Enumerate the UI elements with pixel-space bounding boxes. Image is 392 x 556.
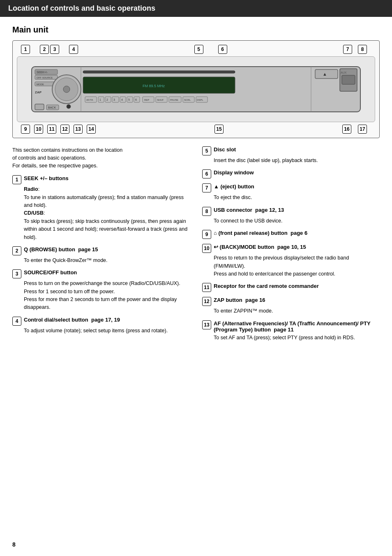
item-1-header: 1 SEEK +/– buttons <box>12 175 190 184</box>
item-3-body: Press to turn on the power/change the so… <box>12 280 190 312</box>
item-4-title: Control dial/select button page 17, 19 <box>24 317 120 323</box>
svg-point-12 <box>63 86 70 93</box>
item-13: 13 AF (Alternative Frequencies)/ TA (Tra… <box>202 320 380 342</box>
svg-text:AUX: AUX <box>341 71 347 74</box>
top-label-group-mid: 5 6 <box>194 45 227 54</box>
intro-line1: This section contains instructions on th… <box>12 147 122 153</box>
item-3: 3 SOURCE/OFF button Press to turn on the… <box>12 269 190 312</box>
svg-text:PAUSE: PAUSE <box>170 99 178 101</box>
diagram-label-8: 8 <box>358 45 367 54</box>
item-12-body: To enter ZAPPIN™ mode. <box>202 307 380 315</box>
svg-text:6: 6 <box>135 98 137 101</box>
item-7-title: ▲ (eject) button <box>214 183 254 190</box>
intro-line3: For details, see the respective pages. <box>12 163 98 169</box>
item-11: 11 Receptor for the card remote commande… <box>202 283 380 292</box>
svg-text:SHUF: SHUF <box>157 99 164 101</box>
item-2-title: Q (BROWSE) button page 15 <box>24 246 98 253</box>
svg-text:1: 1 <box>99 98 101 101</box>
item-2-body: To enter the Quick-BrowZer™ mode. <box>12 257 190 264</box>
diagram-label-14: 14 <box>87 125 96 134</box>
item-2-header: 2 Q (BROWSE) button page 15 <box>12 246 190 255</box>
item-10-header: 10 ↩ (BACK)/MODE button page 10, 15 <box>202 244 380 253</box>
svg-text:4: 4 <box>121 98 123 101</box>
item-11-header: 11 Receptor for the card remote commande… <box>202 283 380 292</box>
right-column: 5 Disc slot Insert the disc (label side … <box>202 146 380 347</box>
item-10-badge: 10 <box>202 244 211 253</box>
item-13-header: 13 AF (Alternative Frequencies)/ TA (Tra… <box>202 320 380 333</box>
item-5-header: 5 Disc slot <box>202 146 380 155</box>
diagram-label-4: 4 <box>69 45 78 54</box>
item-5: 5 Disc slot Insert the disc (label side … <box>202 146 380 164</box>
item-8-body: To connect to the USB device. <box>202 217 380 225</box>
top-label-group-right: 7 8 <box>343 45 367 54</box>
page-header: Location of controls and basic operation… <box>0 0 392 17</box>
svg-rect-13 <box>83 71 235 73</box>
section-title: Main unit <box>12 25 380 35</box>
item-7-header: 7 ▲ (eject) button <box>202 183 380 192</box>
diagram-label-7: 7 <box>343 45 352 54</box>
diagram-label-11: 11 <box>47 125 56 134</box>
diagram-label-3: 3 <box>50 45 59 54</box>
item-3-badge: 3 <box>12 269 21 278</box>
svg-text:AF/TA: AF/TA <box>86 99 93 101</box>
item-3-title: SOURCE/OFF button <box>24 269 77 276</box>
item-8: 8 USB connector page 12, 13 To connect t… <box>202 207 380 225</box>
item-9-header: 9 ⌂ (front panel release) button page 6 <box>202 230 380 239</box>
item-4-header: 4 Control dial/select button page 17, 19 <box>12 317 190 326</box>
svg-text:5: 5 <box>128 98 130 101</box>
bottom-label-group-left: 9 10 11 12 13 14 <box>21 125 96 134</box>
item-11-title: Receptor for the card remote commander <box>214 283 319 289</box>
svg-text:MODE: MODE <box>37 83 44 86</box>
top-label-group-left: 1 2 3 4 <box>21 45 78 54</box>
diagram-top-labels: 1 2 3 4 5 6 7 8 <box>17 45 375 54</box>
device-diagram: SEEK+/- OFF SOURCE MODE ZAP FM 89.5 MHz <box>17 56 375 122</box>
diagram-label-13: 13 <box>74 125 83 134</box>
item-6: 6 Display window <box>202 169 380 178</box>
header-title: Location of controls and basic operation… <box>8 4 155 12</box>
device-svg: SEEK+/- OFF SOURCE MODE ZAP FM 89.5 MHz <box>28 60 364 118</box>
diagram-label-1: 1 <box>21 45 30 54</box>
diagram-bottom-labels: 9 10 11 12 13 14 15 16 17 <box>17 125 375 134</box>
svg-text:BACK: BACK <box>48 106 56 109</box>
item-1-title: SEEK +/– buttons <box>24 175 69 181</box>
diagram-container: 1 2 3 4 5 6 7 8 <box>12 40 380 138</box>
diagram-label-9: 9 <box>21 125 30 134</box>
diagram-label-16: 16 <box>342 125 351 134</box>
item-9-title: ⌂ (front panel release) button page 6 <box>214 230 307 236</box>
item-1-sub1: Radio <box>24 186 38 192</box>
item-1-sub2: CD/USB <box>24 210 44 216</box>
svg-text:▲: ▲ <box>323 72 327 76</box>
item-12-badge: 12 <box>202 297 211 306</box>
diagram-label-10: 10 <box>34 125 43 134</box>
item-9: 9 ⌂ (front panel release) button page 6 <box>202 230 380 239</box>
item-5-badge: 5 <box>202 146 211 155</box>
item-8-title: USB connector page 12, 13 <box>214 207 284 213</box>
svg-point-48 <box>67 104 71 109</box>
item-11-badge: 11 <box>202 283 211 292</box>
item-2: 2 Q (BROWSE) button page 15 To enter the… <box>12 246 190 264</box>
svg-text:FM 89.5 MHz: FM 89.5 MHz <box>143 84 165 88</box>
item-7-badge: 7 <box>202 183 211 192</box>
diagram-label-2: 2 <box>40 45 49 54</box>
item-3-header: 3 SOURCE/OFF button <box>12 269 190 278</box>
item-4-body: To adjust volume (rotate); select setup … <box>12 327 190 335</box>
intro-text: This section contains instructions on th… <box>12 146 190 169</box>
item-10: 10 ↩ (BACK)/MODE button page 10, 15 Pres… <box>202 244 380 278</box>
item-2-badge: 2 <box>12 246 21 255</box>
svg-text:2: 2 <box>106 98 108 101</box>
svg-text:3: 3 <box>113 98 115 101</box>
item-8-badge: 8 <box>202 207 211 216</box>
diagram-label-15: 15 <box>214 125 224 134</box>
svg-rect-44 <box>342 75 355 84</box>
page-content: Main unit 1 2 3 4 5 6 7 8 <box>0 17 392 355</box>
item-6-badge: 6 <box>202 169 211 178</box>
svg-text:SCRL: SCRL <box>184 99 191 101</box>
item-4: 4 Control dial/select button page 17, 19… <box>12 317 190 335</box>
svg-text:ZAP: ZAP <box>35 90 42 94</box>
left-column: This section contains instructions on th… <box>12 146 190 347</box>
item-8-header: 8 USB connector page 12, 13 <box>202 207 380 216</box>
item-1-body: Radio: To tune in stations automatically… <box>12 185 190 241</box>
item-13-body: To set AF and TA (press); select PTY (pr… <box>202 334 380 342</box>
item-1: 1 SEEK +/– buttons Radio: To tune in sta… <box>12 175 190 241</box>
item-7: 7 ▲ (eject) button To eject the disc. <box>202 183 380 202</box>
